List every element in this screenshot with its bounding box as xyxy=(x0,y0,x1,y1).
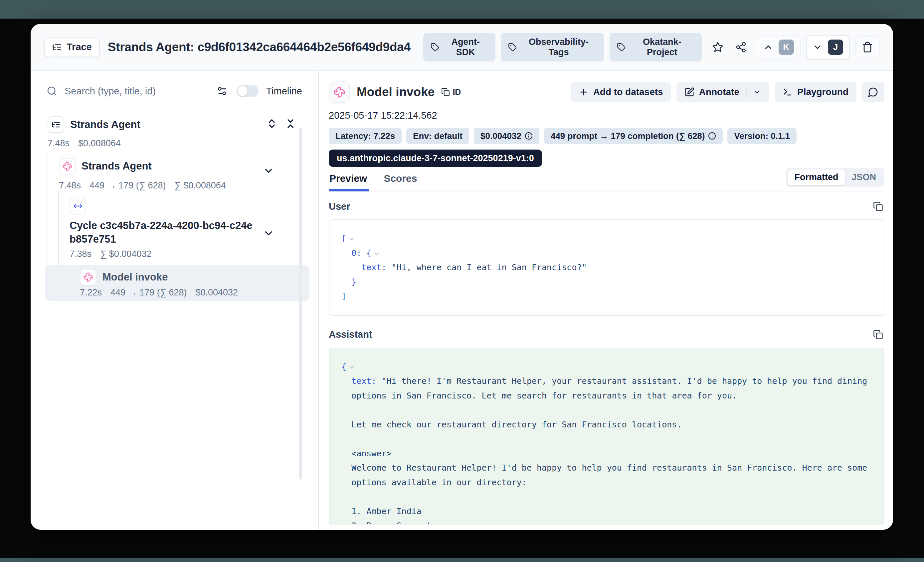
observation-timestamp: 2025-05-17 15:22:14.562 xyxy=(329,110,884,121)
timeline-toggle[interactable] xyxy=(237,85,258,97)
tree-node-model-invoke[interactable]: Model invoke xyxy=(80,269,168,285)
add-to-datasets-label: Add to datasets xyxy=(593,87,663,97)
tag-label: Agent-SDK xyxy=(443,37,488,57)
tree-search-row: Timeline xyxy=(46,81,302,102)
tree-node-cycle[interactable] xyxy=(69,198,86,214)
tree-node-strands-agent[interactable]: Strands Agent xyxy=(59,158,152,175)
copy-icon xyxy=(873,202,883,211)
copy-icon xyxy=(873,330,883,340)
desktop-background: Trace Strands Agent: c9d6f01342ca664464b… xyxy=(0,0,924,562)
star-button[interactable] xyxy=(710,40,725,55)
tab-preview[interactable]: Preview xyxy=(329,173,369,191)
expand-all-button[interactable] xyxy=(266,118,278,129)
tree-node-metrics: 7.38s ∑ $0.004032 xyxy=(69,249,152,259)
list-tree-icon xyxy=(48,116,64,133)
copy-id-button[interactable]: ID xyxy=(441,87,461,97)
json-line[interactable]: [ xyxy=(341,231,872,246)
info-icon xyxy=(525,132,533,140)
tree-filter-button[interactable] xyxy=(214,84,229,99)
json-line: text: "Hi there! I'm Restaurant Helper, … xyxy=(341,374,872,525)
latency-value: 7.22s xyxy=(80,287,102,298)
assistant-section-label: Assistant xyxy=(329,329,372,340)
next-avatar: J xyxy=(828,40,843,55)
cost-value: $0.004032 xyxy=(195,287,238,298)
json-line: text: "Hi, where can I eat in San Franci… xyxy=(341,260,872,275)
search-input[interactable] xyxy=(64,86,207,97)
detail-actions: Add to datasets Annotate Playground xyxy=(571,82,884,102)
playground-button[interactable]: Playground xyxy=(775,82,856,102)
token-usage: 449 → 179 (∑ 628) xyxy=(111,287,187,298)
observation-detail-panel: Model invoke ID Add to datasets Annotate xyxy=(319,71,893,530)
collapse-node-button[interactable] xyxy=(261,226,276,241)
delete-trace-button[interactable] xyxy=(855,36,880,58)
json-line[interactable]: 0: { xyxy=(341,246,872,260)
json-line: ] xyxy=(341,289,872,304)
assistant-message-text: "Hi there! I'm Restaurant Helper, your r… xyxy=(351,376,872,525)
chevron-down-icon xyxy=(263,228,274,239)
io-preview-area: User [ 0: { text: "Hi, where can I eat i… xyxy=(329,191,884,530)
tab-scores[interactable]: Scores xyxy=(383,173,419,191)
prev-trace-button[interactable]: K xyxy=(757,35,801,60)
terminal-icon xyxy=(783,87,793,97)
timeline-toggle-label: Timeline xyxy=(266,86,302,97)
cost-value: ∑ $0.008064 xyxy=(174,181,226,191)
chevron-down-icon xyxy=(374,250,380,257)
tree-node-title: Strands Agent xyxy=(81,160,152,173)
list-tree-icon xyxy=(52,42,62,52)
comment-button[interactable] xyxy=(862,82,884,102)
format-toggle-json[interactable]: JSON xyxy=(845,169,883,185)
json-line[interactable]: { xyxy=(341,360,872,374)
trace-type-badge: Trace xyxy=(44,37,100,57)
assistant-message-box: { text: "Hi there! I'm Restaurant Helper… xyxy=(329,348,884,525)
detail-tabs: Preview Scores Formatted JSON xyxy=(329,173,884,191)
user-section-header: User xyxy=(329,200,884,213)
edit-icon xyxy=(684,87,694,97)
json-line: } xyxy=(341,275,872,290)
fan-icon xyxy=(80,269,96,285)
chevron-down-icon xyxy=(813,42,822,52)
prev-avatar: K xyxy=(778,40,794,55)
latency-value: 7.48s xyxy=(48,138,69,149)
trace-header: Trace Strands Agent: c9d6f01342ca664464b… xyxy=(31,24,893,71)
format-toggle: Formatted JSON xyxy=(786,168,884,187)
sidebar-scrollbar[interactable] xyxy=(299,127,302,480)
tree-node-trace-root[interactable]: Strands Agent xyxy=(48,116,140,133)
metadata-badges: Latency: 7.22s Env: default $0.004032 44… xyxy=(329,128,884,144)
share-button[interactable] xyxy=(734,40,748,55)
latency-value: 7.48s xyxy=(59,181,81,191)
format-toggle-formatted[interactable]: Formatted xyxy=(788,169,845,185)
copy-assistant-button[interactable] xyxy=(872,328,884,341)
tag-agent-sdk[interactable]: Agent-SDK xyxy=(423,33,495,61)
collapse-all-button[interactable] xyxy=(285,118,296,129)
tree-fold-controls xyxy=(266,118,296,129)
tag-label: Observability-Tags xyxy=(521,37,597,57)
chevron-down-icon xyxy=(263,165,274,176)
move-horizontal-icon xyxy=(69,198,86,214)
cost-value: $0.008064 xyxy=(78,138,121,149)
tree-node-metrics: 7.48s 449 → 179 (∑ 628) ∑ $0.008064 xyxy=(59,181,226,191)
fan-icon xyxy=(59,158,75,175)
tag-list: Agent-SDK Observability-Tags Okatank-Pro… xyxy=(423,33,702,61)
observation-title: Model invoke xyxy=(357,85,435,99)
header-nav-cluster: K J xyxy=(757,35,880,60)
copy-user-button[interactable] xyxy=(872,200,884,213)
annotate-dropdown[interactable] xyxy=(746,87,761,98)
chevron-down-icon xyxy=(753,88,761,96)
next-trace-button[interactable]: J xyxy=(806,35,850,60)
tag-icon xyxy=(430,43,439,51)
cost-badge[interactable]: $0.004032 xyxy=(474,128,539,144)
annotate-button[interactable]: Annotate xyxy=(676,82,769,102)
env-badge: Env: default xyxy=(406,128,469,144)
id-label: ID xyxy=(453,87,461,97)
token-usage-badge[interactable]: 449 prompt → 179 completion (∑ 628) xyxy=(544,128,723,144)
tag-observability-tags[interactable]: Observability-Tags xyxy=(501,33,604,61)
model-name-badge[interactable]: us.anthropic.claude-3-7-sonnet-20250219-… xyxy=(329,149,542,167)
add-to-datasets-button[interactable]: Add to datasets xyxy=(571,82,671,102)
message-circle-icon xyxy=(868,87,878,97)
collapse-node-button[interactable] xyxy=(261,163,276,178)
user-section-label: User xyxy=(329,201,350,212)
tree-node-title[interactable]: Cycle c3c45b7a-224a-4200-bc94-c24eb857e7… xyxy=(69,219,256,246)
tag-label: Okatank-Project xyxy=(630,37,695,57)
share-icon xyxy=(735,42,747,53)
tag-okatank-project[interactable]: Okatank-Project xyxy=(610,33,702,61)
